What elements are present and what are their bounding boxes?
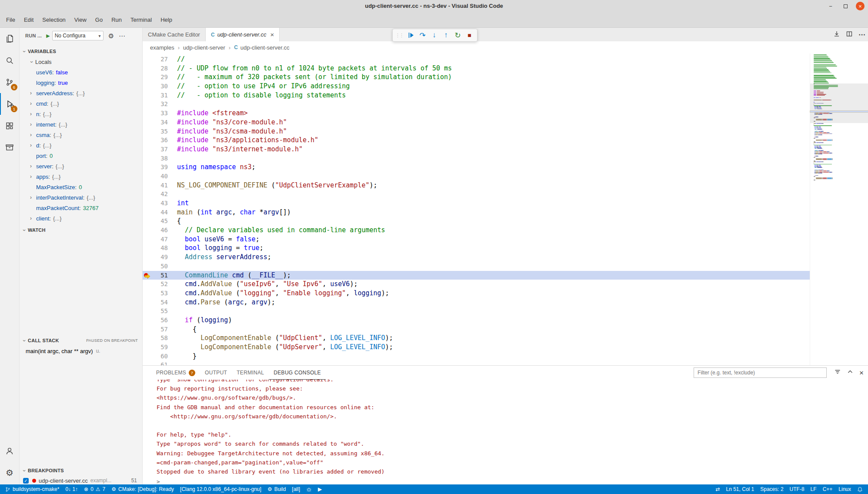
status-cmake-status[interactable]: ⚙CMake: [Debug]: Ready (108, 484, 177, 494)
line-number[interactable]: 45 (150, 217, 168, 226)
variable-row[interactable]: ›client:{...} (20, 213, 142, 224)
gutter-glyph[interactable] (143, 55, 150, 64)
code-line[interactable]: 46 // Declare variables used in command-… (143, 226, 810, 235)
close-button[interactable]: × (856, 2, 865, 10)
gutter-glyph[interactable] (143, 334, 150, 343)
line-number[interactable]: 50 (150, 262, 168, 271)
watch-header[interactable]: › WATCH (20, 225, 142, 235)
line-number[interactable]: 36 (150, 136, 168, 145)
gutter-glyph[interactable] (143, 253, 150, 262)
menu-file[interactable]: File (2, 14, 20, 26)
variable-row[interactable]: ›serverAddress:{...} (20, 88, 142, 98)
status-cmake-kit[interactable]: [Clang 12.0.0 x86_64-pc-linux-gnu] (177, 484, 264, 494)
line-number[interactable]: 43 (150, 199, 168, 208)
code-line[interactable]: 36#include "ns3/applications-module.h" (143, 136, 810, 145)
current-line-glyph[interactable] (143, 271, 150, 280)
code-line[interactable]: 30// - option to use IPv4 or IPv6 addres… (143, 82, 810, 91)
gutter-glyph[interactable] (143, 190, 150, 199)
gutter-glyph[interactable] (143, 262, 150, 271)
status-cmake-target[interactable]: [all] (289, 484, 303, 494)
gutter-glyph[interactable] (143, 199, 150, 208)
minimize-button[interactable]: − (826, 2, 835, 10)
code-line[interactable]: 32 (143, 100, 810, 109)
line-number[interactable]: 56 (150, 316, 168, 325)
breakpoints-header[interactable]: › BREAKPOINTS (20, 465, 142, 476)
code-line[interactable]: 53 cmd.AddValue ("logging", "Enable logg… (143, 289, 810, 298)
filter-icon[interactable] (834, 368, 841, 377)
status-problems[interactable]: ⊗0⚠7 (81, 484, 108, 494)
console-input-prompt[interactable]: > (157, 477, 868, 484)
debug-console-output[interactable]: Type "show configuration" for configurat… (143, 380, 868, 484)
call-stack-header[interactable]: › CALL STACK PAUSED ON BREAKPOINT (20, 335, 142, 346)
run-bar-more-icon[interactable]: ⋯ (119, 33, 125, 39)
line-number[interactable]: 35 (150, 127, 168, 136)
variable-row[interactable]: useV6:false (20, 67, 142, 77)
continue-button[interactable] (405, 30, 417, 41)
code-line[interactable]: 38 (143, 154, 810, 163)
panel-tab-terminal[interactable]: TERMINAL (232, 366, 269, 380)
code-line[interactable]: 54 cmd.Parse (argc, argv); (143, 298, 810, 307)
variable-row[interactable]: logging:true (20, 77, 142, 88)
menu-go[interactable]: Go (91, 14, 107, 26)
gutter-glyph[interactable] (143, 325, 150, 334)
gutter-glyph[interactable] (143, 298, 150, 307)
menu-selection[interactable]: Selection (38, 14, 70, 26)
cmake-sidebar-icon[interactable] (0, 137, 19, 158)
breadcrumb-item[interactable]: udp-client-server (183, 44, 225, 51)
menu-edit[interactable]: Edit (20, 14, 38, 26)
line-number[interactable]: 55 (150, 307, 168, 316)
tab-udp-client-server-cc[interactable]: Cudp-client-server.cc× (206, 28, 280, 41)
drag-handle-icon[interactable]: ⋮⋮ (394, 33, 405, 38)
line-number[interactable]: 59 (150, 343, 168, 352)
code-line[interactable]: 49 Address serverAddress; (143, 253, 810, 262)
variable-row[interactable]: ›internet:{...} (20, 119, 142, 130)
status-eol[interactable]: LF (808, 484, 820, 494)
gutter-glyph[interactable] (143, 73, 150, 82)
line-number[interactable]: 48 (150, 244, 168, 253)
step-into-button[interactable]: ↓ (428, 30, 440, 41)
gutter-glyph[interactable] (143, 136, 150, 145)
gutter-glyph[interactable] (143, 64, 150, 73)
line-number[interactable]: 53 (150, 289, 168, 298)
variable-row[interactable]: ›interPacketInterval:{...} (20, 192, 142, 203)
code-line[interactable]: 57 { (143, 325, 810, 334)
panel-tab-problems[interactable]: PROBLEMS7 (151, 366, 200, 380)
line-number[interactable]: 33 (150, 109, 168, 118)
line-number[interactable]: 61 (150, 360, 168, 365)
gutter-glyph[interactable] (143, 145, 150, 154)
maximize-panel-icon[interactable] (847, 368, 854, 377)
code-line[interactable]: 39using namespace ns3; (143, 163, 810, 172)
gutter-glyph[interactable] (143, 109, 150, 118)
variable-row[interactable]: ›server:{...} (20, 161, 142, 171)
close-tab-icon[interactable]: × (270, 31, 274, 38)
code-line[interactable]: 59 LogComponentEnable ("UdpServer", LOG_… (143, 343, 810, 352)
split-editor-icon[interactable] (846, 30, 853, 39)
code-line[interactable]: 48 bool logging = true; (143, 244, 810, 253)
line-number[interactable]: 39 (150, 163, 168, 172)
code-line[interactable]: 60 } (143, 352, 810, 361)
line-number[interactable]: 54 (150, 298, 168, 307)
code-line[interactable]: 41NS_LOG_COMPONENT_DEFINE ("UdpClientSer… (143, 181, 810, 190)
menu-run[interactable]: Run (107, 14, 126, 26)
run-and-debug-icon[interactable]: 1 (0, 93, 19, 115)
minimap-slider[interactable] (810, 83, 868, 123)
source-control-icon[interactable]: 6 (0, 71, 19, 93)
gutter-glyph[interactable] (143, 208, 150, 217)
variable-row[interactable]: maxPacketCount:32767 (20, 203, 142, 213)
line-number[interactable]: 40 (150, 172, 168, 181)
code-line[interactable]: 35#include "ns3/csma-module.h" (143, 127, 810, 136)
gutter-glyph[interactable] (143, 343, 150, 352)
menu-terminal[interactable]: Terminal (126, 14, 156, 26)
status-encoding[interactable]: UTF-8 (787, 484, 808, 494)
status-git-sync[interactable]: 0↓ 1↑ (62, 484, 81, 494)
line-number[interactable]: 34 (150, 118, 168, 127)
gutter-glyph[interactable] (143, 100, 150, 109)
line-number[interactable]: 42 (150, 190, 168, 199)
code-line[interactable]: 40 (143, 172, 810, 181)
status-indentation[interactable]: Spaces: 2 (757, 484, 786, 494)
panel-tab-debug-console[interactable]: DEBUG CONSOLE (269, 366, 326, 380)
maximize-button[interactable] (841, 2, 850, 10)
code-line[interactable]: 42 (143, 190, 810, 199)
code-line[interactable]: 28// - UDP flow from n0 to n1 of 1024 by… (143, 64, 810, 73)
status-cursor-position[interactable]: Ln 51, Col 1 (723, 484, 758, 494)
